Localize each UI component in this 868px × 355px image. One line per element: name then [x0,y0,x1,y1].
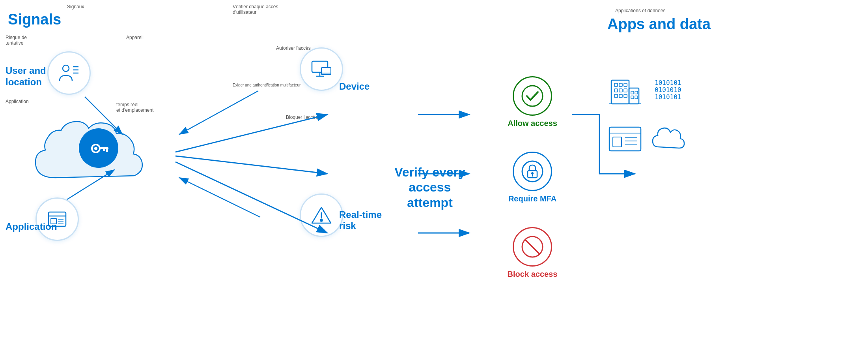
cloud-apps-icon [651,121,686,157]
fr-verifier-label: Vérifier chaque accèsd'utilisateur [233,4,278,15]
svg-rect-53 [631,91,634,94]
svg-rect-54 [635,91,638,94]
svg-point-35 [522,86,543,106]
svg-rect-44 [614,83,618,86]
svg-text:1010101: 1010101 [655,93,681,101]
office-building-icon [607,72,643,108]
fr-signaux-label: Signaux [67,4,84,9]
cloud-apps-icon-item [651,121,686,158]
section-apps: Applications et données Apps and data [592,0,734,355]
realtime-risk-label: Real-timerisk [339,209,382,231]
svg-text:0101010: 0101010 [655,86,681,94]
section-verify-en: Verify every access attempt [386,145,473,210]
checkmark-icon [521,84,544,108]
dashboard-icon [607,121,643,157]
section-verify: Vérifier chaque accèsd'utilisateur Autor… [221,0,386,355]
svg-rect-49 [624,89,627,92]
svg-rect-48 [619,89,622,92]
svg-rect-47 [614,89,618,92]
realtime-risk-circle [300,193,343,237]
block-access-option: Block access [508,227,558,279]
block-icon [521,235,544,259]
section-access: Allow access Require MFA [473,0,592,355]
allow-access-circle [513,76,552,116]
dashboard-icon-item [607,121,643,158]
svg-text:1010101: 1010101 [655,79,681,86]
fr-autoriser-label: Autoriser l'accès [276,45,311,51]
device-label: Device [339,81,370,92]
svg-rect-63 [613,137,622,147]
require-mfa-option: Require MFA [508,152,556,203]
svg-point-36 [522,161,543,182]
svg-rect-51 [619,94,622,98]
block-access-label: Block access [508,270,558,279]
apps-icons-grid: 1010101 0101010 1010101 [607,72,686,158]
signals-title: Signals [8,11,61,28]
warning-icon [310,204,332,226]
lock-person-icon [521,160,544,183]
svg-point-38 [531,172,534,175]
fr-appareil-label: Appareil [126,35,144,40]
fr-apps-data-label: Applications et données [615,8,665,13]
application-circle [35,197,79,241]
svg-rect-19 [106,149,108,152]
svg-rect-52 [624,94,627,98]
svg-rect-18 [100,147,108,149]
device-circle [300,47,343,91]
diagram-container: Signaux Signals Risque detentative Appar… [0,0,868,355]
svg-rect-20 [103,149,105,151]
allow-access-label: Allow access [508,119,557,128]
binary-data-icon: 1010101 0101010 1010101 [651,72,686,108]
svg-point-11 [63,65,69,71]
svg-rect-56 [635,96,638,99]
fr-risque-label: Risque detentative [6,35,27,46]
cloud-container [24,107,174,193]
office-building-icon-item [607,72,643,109]
apps-data-title: Apps and data [607,16,711,33]
section-signals: Signaux Signals Risque detentative Appar… [0,0,221,355]
svg-rect-55 [631,96,634,99]
binary-data-icon-item: 1010101 0101010 1010101 [651,72,686,109]
verify-attempt-title: Verify every access attempt [386,153,473,210]
fr-application-label: Application [6,99,29,104]
svg-point-34 [321,220,323,222]
svg-rect-30 [321,68,331,75]
fr-bloquer-label: Bloquer l'accès [286,115,318,120]
block-access-circle [513,227,552,267]
require-mfa-circle [513,152,552,191]
device-icon [310,58,332,80]
svg-rect-46 [624,83,627,86]
cloud-key-circle [79,128,118,168]
user-location-label: User andlocation [6,65,46,88]
require-mfa-label: Require MFA [508,194,556,203]
key-icon [88,137,109,159]
user-location-circle [47,51,91,95]
user-location-icon [58,62,80,84]
svg-rect-45 [619,83,622,86]
allow-access-option: Allow access [508,76,557,128]
application-label: Application [6,221,57,232]
svg-point-17 [94,147,97,150]
svg-rect-50 [614,94,618,98]
fr-exiger-label: Exiger une authentification multifacteur [233,83,301,87]
svg-line-41 [525,240,539,254]
